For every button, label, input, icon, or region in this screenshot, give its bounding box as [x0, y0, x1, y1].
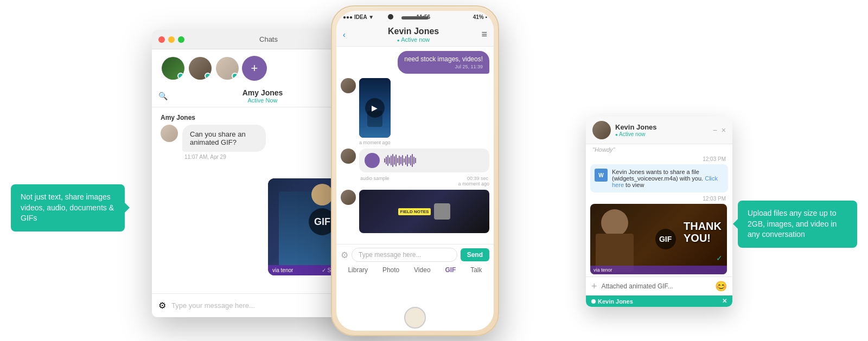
- phone-contact-status: ● Active now: [346, 36, 482, 43]
- audio-sender-avatar: [341, 149, 356, 164]
- phone-screen: ●●● IDEA ▼ 11:56 41% ▪ ‹ Kevin Jones ● A…: [336, 11, 494, 331]
- image-sender-avatar: [341, 190, 356, 205]
- play-button-icon[interactable]: ▶: [365, 98, 385, 118]
- mini-emoji-icon[interactable]: 😊: [715, 280, 727, 292]
- phone-image-message: FIELD NOTES: [341, 190, 489, 236]
- left-feature-callout: Not just text, share images videos, audi…: [11, 184, 125, 231]
- mini-chat-header: Kevin Jones ● Active now − ×: [586, 117, 732, 144]
- avatar-nature[interactable]: [161, 56, 186, 81]
- phone-video-thumb[interactable]: ▶: [359, 78, 391, 138]
- received-message-bubble: Can you share an animated GIF?: [182, 125, 266, 152]
- mini-gif-label: GIF: [659, 235, 672, 243]
- mini-gif-badge: GIF: [655, 229, 676, 249]
- mini-time-2: 12:03 PM: [586, 196, 732, 202]
- gear-icon[interactable]: ⚙: [158, 300, 166, 311]
- mini-contact-status: ● Active now: [615, 131, 709, 137]
- minimize-icon[interactable]: −: [713, 126, 717, 134]
- received-message-time: 11:07 AM, Apr 29: [182, 154, 302, 160]
- phone-sent-bubble: need stock images, videos! Jul 25, 11:39: [398, 51, 489, 74]
- chat-contact-name: Amy Jones: [172, 88, 353, 97]
- phone-status-text: Active now: [401, 36, 430, 43]
- mini-via-tenor-label: via tenor: [593, 267, 612, 273]
- audio-waveform: [384, 153, 484, 168]
- phone-send-button[interactable]: Send: [461, 248, 489, 261]
- mini-tab-close-icon[interactable]: ✕: [722, 298, 727, 305]
- mini-header-icons: − ×: [713, 126, 726, 134]
- battery-label: 41% ▪: [473, 14, 487, 20]
- mini-gif-footer: via tenor: [590, 266, 727, 274]
- right-callout-text: Upload files any size up to 2GB, images,…: [748, 209, 837, 239]
- window-title: Chats: [259, 35, 278, 43]
- phone-contact-info: Kevin Jones ● Active now: [346, 27, 482, 43]
- phone-image-inner: FIELD NOTES: [359, 190, 489, 233]
- video-time-label: a moment ago: [359, 140, 391, 145]
- mini-message-input[interactable]: Attached animated GIF...: [602, 282, 711, 290]
- phone-contact-name: Kevin Jones: [346, 27, 482, 36]
- phone-outer-shell: ●●● IDEA ▼ 11:56 41% ▪ ‹ Kevin Jones ● A…: [331, 5, 499, 336]
- mini-gif-container: GIF THANK YOU! via tenor ✓: [590, 204, 727, 274]
- mini-contact-avatar: [592, 121, 611, 139]
- online-indicator: [177, 73, 184, 79]
- mini-thank-you-text: THANK YOU!: [684, 220, 722, 244]
- phone-sent-time: Jul 25, 11:39: [404, 64, 483, 69]
- phone-message-input[interactable]: Type message here...: [352, 248, 457, 262]
- audio-duration-label: 00:39 sec: [467, 176, 488, 181]
- phone-bottom-bar: ⚙ Type message here... Send Library Phot…: [336, 244, 494, 277]
- mini-contact-online-dot: [591, 299, 596, 304]
- phone-mockup: ●●● IDEA ▼ 11:56 41% ▪ ‹ Kevin Jones ● A…: [331, 5, 499, 336]
- phone-home-button[interactable]: [404, 307, 426, 329]
- file-notice-text: Kevin Jones wants to share a file (widge…: [612, 169, 724, 188]
- tab-talk[interactable]: Talk: [470, 266, 482, 274]
- phone-input-placeholder: Type message here...: [359, 251, 421, 259]
- received-message-text: Can you share an animated GIF?: [190, 130, 246, 146]
- avatar-woman[interactable]: [215, 56, 240, 81]
- tab-video[interactable]: Video: [414, 266, 430, 274]
- mini-time-1: 12:03 PM: [586, 156, 732, 162]
- phone-menu-icon[interactable]: ≡: [481, 29, 487, 40]
- phone-nav-bar: ‹ Kevin Jones ● Active now ≡: [336, 23, 494, 47]
- sender-avatar-small: [161, 125, 178, 142]
- phone-speaker: [401, 16, 429, 20]
- mini-chat-window: Kevin Jones ● Active now − × "Howdy" 12:…: [586, 117, 732, 307]
- file-share-notice: W Kevin Jones wants to share a file (wid…: [590, 164, 728, 192]
- gif-label: GIF: [314, 216, 330, 228]
- via-tenor-label: via tenor: [272, 267, 293, 273]
- close-button-dot[interactable]: [158, 36, 165, 43]
- message-input[interactable]: Type your message here...: [171, 301, 343, 310]
- phone-sent-message: need stock images, videos! Jul 25, 11:39: [341, 51, 489, 74]
- chat-contact-status: Active Now: [172, 97, 353, 104]
- phone-gear-icon[interactable]: ⚙: [341, 250, 348, 260]
- maximize-button-dot[interactable]: [178, 36, 184, 43]
- field-notes-badge: FIELD NOTES: [398, 208, 431, 215]
- phone-image-thumb: FIELD NOTES: [359, 190, 489, 233]
- phone-camera: [388, 14, 393, 20]
- mini-plus-icon[interactable]: +: [591, 281, 597, 292]
- online-indicator-2: [205, 73, 211, 79]
- mini-contact-info: Kevin Jones ● Active now: [615, 123, 709, 137]
- phone-device-image: [434, 203, 450, 220]
- online-indicator-3: [232, 73, 238, 79]
- traffic-lights: [158, 36, 184, 43]
- mini-contact-tab-label: Kevin Jones: [598, 298, 633, 305]
- audio-sample-label: audio sample: [360, 176, 390, 181]
- tab-library[interactable]: Library: [348, 266, 368, 274]
- mini-check-icon: ✓: [716, 254, 723, 262]
- right-feature-callout: Upload files any size up to 2GB, images,…: [738, 201, 857, 248]
- phone-input-row: ⚙ Type message here... Send: [341, 248, 489, 262]
- avatar-man[interactable]: [188, 56, 213, 81]
- add-contact-button[interactable]: +: [242, 56, 267, 81]
- carrier-label: ●●● IDEA ▼: [343, 14, 374, 20]
- close-window-icon[interactable]: ×: [722, 126, 726, 134]
- minimize-button-dot[interactable]: [168, 36, 175, 43]
- video-sender-avatar: [341, 78, 356, 93]
- search-icon[interactable]: 🔍: [158, 92, 168, 100]
- mini-contact-tab[interactable]: Kevin Jones ✕: [586, 295, 732, 307]
- tab-gif[interactable]: GIF: [445, 266, 456, 274]
- audio-time-label: a moment ago: [359, 181, 489, 186]
- phone-video-message: ▶ a moment ago: [341, 78, 489, 145]
- chat-contact-info: Amy Jones Active Now: [172, 88, 353, 104]
- audio-avatar: [365, 153, 380, 168]
- tab-photo[interactable]: Photo: [382, 266, 399, 274]
- left-callout-text: Not just text, share images videos, audi…: [21, 192, 114, 222]
- file-type-icon: W: [595, 169, 608, 182]
